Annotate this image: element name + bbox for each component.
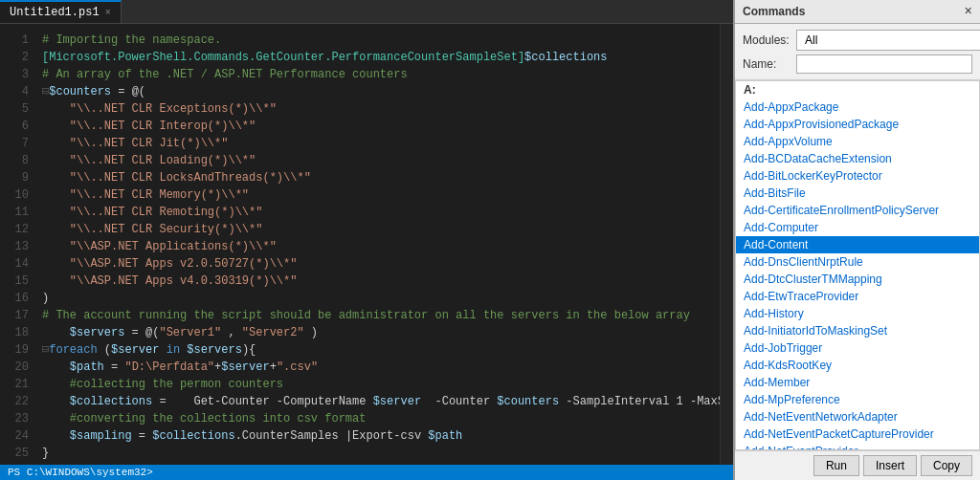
list-item[interactable]: Add-AppxProvisionedPackage [736,116,979,133]
code-line: "\\ASP.NET Apps v2.0.50727(*)\\*" [34,255,720,273]
list-item[interactable]: Add-InitiatorIdToMaskingSet [736,322,979,339]
list-item[interactable]: Add-DtcClusterTMMapping [736,271,979,288]
code-line: "\\..NET CLR Security(*)\\*" [34,221,720,238]
list-item[interactable]: Add-NetEventPacketCaptureProvider [736,425,979,443]
editor-tab[interactable]: Untitled1.ps1 × [0,0,122,23]
list-item[interactable]: Add-History [736,305,979,322]
modules-select[interactable]: All Microsoft.PowerShell.Core Microsoft.… [796,30,980,51]
commands-list[interactable]: A:Add-AppxPackageAdd-AppxProvisionedPack… [735,80,980,450]
list-item[interactable]: Add-BCDataCacheExtension [736,150,979,167]
editor-panel: Untitled1.ps1 × 123456789101112131415161… [0,0,733,480]
status-bar: PS C:\WINDOWS\system32> [0,465,733,480]
commands-header: Commands × [735,0,980,24]
code-line: } [34,445,720,462]
list-item[interactable]: Add-BitsFile [736,185,979,202]
code-line: "\\ASP.NET Applications(*)\\*" [34,238,720,255]
commands-controls: Modules: All Microsoft.PowerShell.Core M… [735,24,980,80]
status-text: PS C:\WINDOWS\system32> [8,467,153,478]
copy-button[interactable]: Copy [921,455,972,476]
modules-label: Modules: [743,33,791,47]
list-item[interactable]: Add-EtwTraceProvider [736,288,979,305]
code-line: #collecting the permon counters [34,376,720,393]
code-line: "\\..NET CLR Remoting(*)\\*" [34,204,720,221]
list-item[interactable]: Add-MpPreference [736,391,979,408]
commands-panel: Commands × Modules: All Microsoft.PowerS… [733,0,980,480]
code-line: "\\..NET CLR LocksAndThreads(*)\\*" [34,169,720,186]
name-label: Name: [743,57,791,71]
tab-bar: Untitled1.ps1 × [0,0,733,24]
list-item[interactable]: Add-AppxPackage [736,98,979,116]
code-line: # Importing the namespace. [34,32,720,49]
code-line: "\\ASP.NET Apps v4.0.30319(*)\\*" [34,273,720,290]
code-line: "\\..NET CLR Loading(*)\\*" [34,152,720,169]
commands-close-icon[interactable]: × [965,4,972,19]
list-item[interactable]: Add-KdsRootKey [736,357,979,374]
code-line: $sampling = $collections.CounterSamples … [34,427,720,445]
run-button[interactable]: Run [813,455,859,476]
modules-row: Modules: All Microsoft.PowerShell.Core M… [743,30,972,51]
code-line: [Microsoft.PowerShell.Commands.GetCounte… [34,49,720,66]
code-line: ⊟$counters = @( [34,83,720,100]
list-item[interactable]: Add-DnsClientNrptRule [736,253,979,271]
list-item[interactable]: Add-NetEventNetworkAdapter [736,408,979,425]
line-numbers: 1234567891011121314151617181920212223242… [0,24,34,465]
name-row: Name: [743,55,972,74]
code-line: "\\..NET CLR Memory(*)\\*" [34,186,720,204]
list-section-header: A: [736,81,979,98]
code-line: "\\..NET CLR Exceptions(*)\\*" [34,100,720,118]
list-item[interactable]: Add-Computer [736,219,979,236]
code-line: #converting the collections into csv for… [34,410,720,427]
insert-button[interactable]: Insert [863,455,917,476]
scroll-indicator [720,24,733,465]
code-line: $path = "D:\Perfdata"+$server+".csv" [34,359,720,376]
code-line: ) [34,290,720,307]
list-item[interactable]: Add-AppxVolume [736,133,979,150]
code-line: $collections = Get-Counter -ComputerName… [34,393,720,410]
code-line: # The account running the script should … [34,307,720,324]
list-item[interactable]: Add-NetEventProvider [736,443,979,450]
name-input[interactable] [796,55,972,74]
editor-content: 1234567891011121314151617181920212223242… [0,24,733,465]
list-item[interactable]: Add-BitLockerKeyProtector [736,167,979,185]
list-item[interactable]: Add-CertificateEnrollmentPolicyServer [736,202,979,219]
main-container: Untitled1.ps1 × 123456789101112131415161… [0,0,980,480]
code-area[interactable]: # Importing the namespace.[Microsoft.Pow… [34,24,720,465]
commands-title: Commands [743,5,805,18]
tab-close-icon[interactable]: × [105,8,111,18]
code-line: # An array of the .NET / ASP.NET Perform… [34,66,720,83]
tab-label: Untitled1.ps1 [10,6,100,19]
commands-footer: RunInsertCopy [735,450,980,480]
list-item[interactable]: Add-Content [736,236,979,253]
code-line: $servers = @("Server1" , "Server2" ) [34,324,720,341]
code-line: "\\..NET CLR Interop(*)\\*" [34,118,720,135]
list-item[interactable]: Add-JobTrigger [736,339,979,357]
list-item[interactable]: Add-Member [736,374,979,391]
code-line: ⊟foreach ($server in $servers){ [34,341,720,359]
code-line: "\\..NET CLR Jit(*)\\*" [34,135,720,152]
